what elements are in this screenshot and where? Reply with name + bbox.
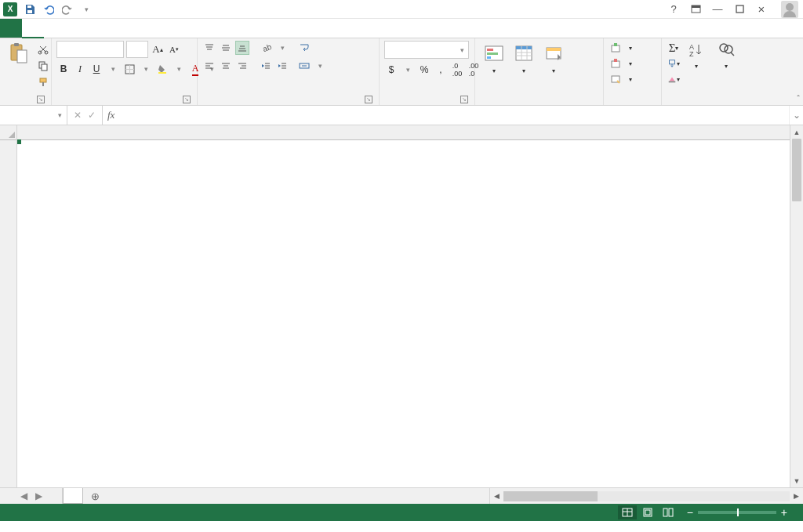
borders-icon[interactable]: [122, 62, 136, 76]
borders-menu-icon[interactable]: ▾: [139, 62, 153, 76]
hscroll-thumb[interactable]: [503, 491, 598, 501]
increase-decimal-icon[interactable]: .0.00: [450, 63, 464, 77]
sheet-prev-icon[interactable]: ◀: [20, 490, 27, 501]
tab-data[interactable]: [110, 19, 132, 38]
tab-review[interactable]: [132, 19, 154, 38]
cancel-formula-icon[interactable]: ✕: [74, 110, 82, 121]
formula-input[interactable]: [119, 106, 789, 125]
wrap-text-button[interactable]: [297, 41, 322, 55]
grow-font-icon[interactable]: A▴: [151, 42, 165, 56]
scroll-down-icon[interactable]: ▼: [790, 474, 803, 487]
ribbon-options-icon[interactable]: [689, 2, 703, 16]
font-name-select[interactable]: [56, 41, 124, 58]
underline-menu-icon[interactable]: ▾: [106, 62, 120, 76]
sheet-next-icon[interactable]: ▶: [35, 490, 42, 501]
tab-page-layout[interactable]: [66, 19, 88, 38]
align-left-icon[interactable]: [202, 59, 216, 73]
select-all-corner[interactable]: [0, 125, 16, 140]
decrease-indent-icon[interactable]: [259, 59, 273, 73]
fill-color-icon[interactable]: [155, 62, 169, 76]
tab-formulas[interactable]: [88, 19, 110, 38]
percent-icon[interactable]: %: [417, 63, 431, 77]
expand-formula-bar-icon[interactable]: ⌄: [789, 106, 803, 125]
sort-filter-button[interactable]: AZ ▾: [682, 41, 710, 71]
alignment-dialog-icon[interactable]: ↘: [365, 96, 372, 103]
close-icon[interactable]: ×: [754, 2, 768, 16]
align-bottom-icon[interactable]: [235, 41, 249, 55]
merge-center-button[interactable]: ▾: [297, 59, 322, 73]
underline-icon[interactable]: U: [89, 62, 104, 76]
svg-rect-60: [614, 59, 617, 62]
minimize-icon[interactable]: —: [710, 2, 725, 16]
clipboard-dialog-icon[interactable]: ↘: [37, 96, 45, 103]
align-center-icon[interactable]: [219, 59, 233, 73]
comma-icon[interactable]: ,: [434, 63, 448, 77]
increase-indent-icon[interactable]: [275, 59, 289, 73]
svg-rect-75: [669, 508, 673, 516]
window-controls: ? — ×: [667, 1, 803, 18]
accounting-icon[interactable]: $: [384, 63, 398, 77]
new-sheet-icon[interactable]: ⊕: [83, 488, 107, 504]
scroll-right-icon[interactable]: ▶: [790, 492, 803, 500]
scroll-up-icon[interactable]: ▲: [790, 125, 803, 139]
paste-button[interactable]: [5, 41, 33, 67]
shrink-font-icon[interactable]: A▾: [167, 42, 181, 56]
align-right-icon[interactable]: [235, 59, 249, 73]
fill-color-menu-icon[interactable]: ▾: [172, 62, 186, 76]
number-format-select[interactable]: ▾: [384, 41, 469, 59]
tab-insert[interactable]: [44, 19, 66, 38]
format-painter-icon[interactable]: [36, 75, 50, 89]
fx-label[interactable]: fx: [103, 106, 119, 125]
number-dialog-icon[interactable]: ↘: [460, 96, 468, 103]
delete-cells-button[interactable]: ▾: [609, 56, 632, 71]
align-middle-icon[interactable]: [219, 41, 233, 55]
undo-icon[interactable]: [42, 3, 55, 16]
bold-icon[interactable]: B: [56, 62, 71, 76]
accounting-menu-icon[interactable]: ▾: [401, 63, 415, 77]
zoom-slider[interactable]: [698, 511, 776, 514]
vertical-scrollbar[interactable]: ▲ ▼: [790, 125, 803, 487]
svg-rect-4: [736, 5, 743, 13]
customize-qat-icon[interactable]: ▾: [80, 3, 93, 16]
zoom-out-icon[interactable]: −: [687, 506, 693, 519]
format-cells-button[interactable]: ▾: [609, 72, 632, 86]
italic-icon[interactable]: I: [73, 62, 87, 76]
tab-view[interactable]: [154, 19, 176, 38]
save-icon[interactable]: [24, 3, 36, 16]
collapse-ribbon-icon[interactable]: ˆ: [797, 94, 800, 103]
cut-icon[interactable]: [36, 42, 50, 56]
conditional-formatting-button[interactable]: ▾: [480, 41, 508, 76]
maximize-icon[interactable]: [732, 2, 747, 16]
vscroll-thumb[interactable]: [792, 139, 801, 201]
orientation-menu-icon[interactable]: ▾: [275, 41, 289, 55]
view-page-layout-icon[interactable]: [638, 505, 657, 519]
view-normal-icon[interactable]: [618, 505, 637, 519]
sheet-tab[interactable]: [63, 488, 83, 504]
find-select-button[interactable]: ▾: [712, 41, 740, 71]
font-size-select[interactable]: [126, 41, 148, 58]
scroll-left-icon[interactable]: ◀: [490, 492, 503, 500]
insert-cells-button[interactable]: ▾: [609, 41, 632, 55]
format-as-table-button[interactable]: ▾: [510, 41, 538, 76]
insert-cells-icon: [609, 41, 623, 55]
clear-icon[interactable]: ▾: [667, 72, 681, 86]
autosum-icon[interactable]: Σ▾: [667, 41, 681, 55]
tab-home[interactable]: [22, 19, 44, 38]
align-top-icon[interactable]: [202, 41, 216, 55]
font-dialog-icon[interactable]: ↘: [183, 96, 191, 103]
view-page-break-icon[interactable]: [659, 505, 678, 519]
horizontal-scrollbar[interactable]: ◀ ▶: [489, 488, 803, 504]
fill-icon[interactable]: ▾: [667, 56, 681, 71]
cell-styles-button[interactable]: ▾: [540, 41, 568, 76]
orientation-icon[interactable]: ab: [259, 41, 273, 55]
enter-formula-icon[interactable]: ✓: [88, 110, 96, 121]
tab-file[interactable]: [0, 19, 22, 38]
zoom-in-icon[interactable]: +: [781, 506, 787, 519]
group-cells: ▾ ▾ ▾: [604, 38, 662, 105]
redo-icon[interactable]: [61, 3, 74, 16]
help-icon[interactable]: ?: [667, 2, 681, 16]
account-avatar[interactable]: [781, 1, 798, 18]
row-headers: [0, 125, 17, 487]
copy-icon[interactable]: [36, 59, 50, 73]
name-box[interactable]: ▾: [0, 106, 67, 125]
